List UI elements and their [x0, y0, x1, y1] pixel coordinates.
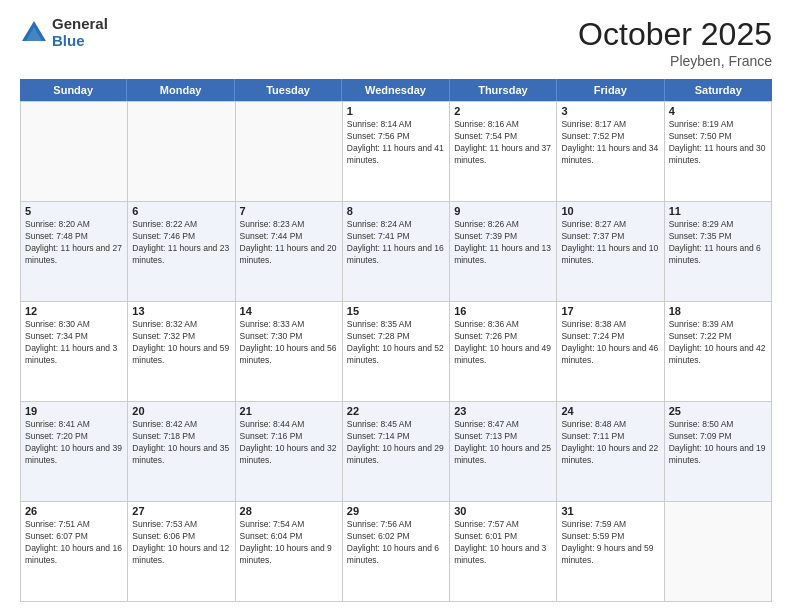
header-day-thursday: Thursday — [450, 79, 557, 101]
logo-blue: Blue — [52, 33, 108, 50]
calendar-cell: 8Sunrise: 8:24 AMSunset: 7:41 PMDaylight… — [343, 202, 450, 302]
calendar: SundayMondayTuesdayWednesdayThursdayFrid… — [20, 79, 772, 602]
header-day-monday: Monday — [127, 79, 234, 101]
calendar-cell: 5Sunrise: 8:20 AMSunset: 7:48 PMDaylight… — [21, 202, 128, 302]
cell-day-number: 27 — [132, 505, 230, 517]
cell-day-number: 11 — [669, 205, 767, 217]
cell-day-number: 6 — [132, 205, 230, 217]
calendar-cell: 18Sunrise: 8:39 AMSunset: 7:22 PMDayligh… — [665, 302, 772, 402]
cell-day-number: 25 — [669, 405, 767, 417]
cell-info: Sunrise: 8:39 AMSunset: 7:22 PMDaylight:… — [669, 319, 767, 367]
cell-info: Sunrise: 8:33 AMSunset: 7:30 PMDaylight:… — [240, 319, 338, 367]
cell-day-number: 24 — [561, 405, 659, 417]
cell-day-number: 7 — [240, 205, 338, 217]
cell-day-number: 28 — [240, 505, 338, 517]
calendar-cell: 30Sunrise: 7:57 AMSunset: 6:01 PMDayligh… — [450, 502, 557, 602]
calendar-cell: 21Sunrise: 8:44 AMSunset: 7:16 PMDayligh… — [236, 402, 343, 502]
calendar-cell: 4Sunrise: 8:19 AMSunset: 7:50 PMDaylight… — [665, 102, 772, 202]
calendar-cell: 2Sunrise: 8:16 AMSunset: 7:54 PMDaylight… — [450, 102, 557, 202]
cell-day-number: 18 — [669, 305, 767, 317]
cell-info: Sunrise: 8:32 AMSunset: 7:32 PMDaylight:… — [132, 319, 230, 367]
cell-info: Sunrise: 8:27 AMSunset: 7:37 PMDaylight:… — [561, 219, 659, 267]
cell-info: Sunrise: 7:57 AMSunset: 6:01 PMDaylight:… — [454, 519, 552, 567]
cell-info: Sunrise: 8:16 AMSunset: 7:54 PMDaylight:… — [454, 119, 552, 167]
cell-day-number: 9 — [454, 205, 552, 217]
cell-day-number: 20 — [132, 405, 230, 417]
calendar-row-2: 12Sunrise: 8:30 AMSunset: 7:34 PMDayligh… — [21, 302, 772, 402]
logo: General Blue — [20, 16, 108, 49]
calendar-cell: 20Sunrise: 8:42 AMSunset: 7:18 PMDayligh… — [128, 402, 235, 502]
cell-info: Sunrise: 8:41 AMSunset: 7:20 PMDaylight:… — [25, 419, 123, 467]
cell-info: Sunrise: 7:56 AMSunset: 6:02 PMDaylight:… — [347, 519, 445, 567]
calendar-cell: 23Sunrise: 8:47 AMSunset: 7:13 PMDayligh… — [450, 402, 557, 502]
cell-day-number: 14 — [240, 305, 338, 317]
calendar-cell — [665, 502, 772, 602]
header: General Blue October 2025 Pleyben, Franc… — [20, 16, 772, 69]
cell-day-number: 8 — [347, 205, 445, 217]
calendar-cell: 16Sunrise: 8:36 AMSunset: 7:26 PMDayligh… — [450, 302, 557, 402]
calendar-cell: 25Sunrise: 8:50 AMSunset: 7:09 PMDayligh… — [665, 402, 772, 502]
cell-info: Sunrise: 8:47 AMSunset: 7:13 PMDaylight:… — [454, 419, 552, 467]
calendar-cell: 19Sunrise: 8:41 AMSunset: 7:20 PMDayligh… — [21, 402, 128, 502]
cell-day-number: 19 — [25, 405, 123, 417]
cell-day-number: 22 — [347, 405, 445, 417]
calendar-cell: 12Sunrise: 8:30 AMSunset: 7:34 PMDayligh… — [21, 302, 128, 402]
cell-day-number: 30 — [454, 505, 552, 517]
logo-icon — [20, 19, 48, 47]
cell-info: Sunrise: 8:19 AMSunset: 7:50 PMDaylight:… — [669, 119, 767, 167]
calendar-cell: 11Sunrise: 8:29 AMSunset: 7:35 PMDayligh… — [665, 202, 772, 302]
cell-info: Sunrise: 7:53 AMSunset: 6:06 PMDaylight:… — [132, 519, 230, 567]
calendar-cell: 22Sunrise: 8:45 AMSunset: 7:14 PMDayligh… — [343, 402, 450, 502]
calendar-cell: 3Sunrise: 8:17 AMSunset: 7:52 PMDaylight… — [557, 102, 664, 202]
calendar-row-3: 19Sunrise: 8:41 AMSunset: 7:20 PMDayligh… — [21, 402, 772, 502]
logo-text: General Blue — [52, 16, 108, 49]
cell-info: Sunrise: 8:44 AMSunset: 7:16 PMDaylight:… — [240, 419, 338, 467]
cell-day-number: 2 — [454, 105, 552, 117]
cell-info: Sunrise: 8:48 AMSunset: 7:11 PMDaylight:… — [561, 419, 659, 467]
calendar-cell: 10Sunrise: 8:27 AMSunset: 7:37 PMDayligh… — [557, 202, 664, 302]
cell-day-number: 10 — [561, 205, 659, 217]
page: General Blue October 2025 Pleyben, Franc… — [0, 0, 792, 612]
calendar-cell: 13Sunrise: 8:32 AMSunset: 7:32 PMDayligh… — [128, 302, 235, 402]
cell-day-number: 23 — [454, 405, 552, 417]
cell-info: Sunrise: 8:35 AMSunset: 7:28 PMDaylight:… — [347, 319, 445, 367]
cell-day-number: 3 — [561, 105, 659, 117]
cell-day-number: 16 — [454, 305, 552, 317]
header-day-friday: Friday — [557, 79, 664, 101]
cell-info: Sunrise: 8:26 AMSunset: 7:39 PMDaylight:… — [454, 219, 552, 267]
cell-info: Sunrise: 8:50 AMSunset: 7:09 PMDaylight:… — [669, 419, 767, 467]
cell-day-number: 13 — [132, 305, 230, 317]
title-block: October 2025 Pleyben, France — [578, 16, 772, 69]
cell-info: Sunrise: 8:14 AMSunset: 7:56 PMDaylight:… — [347, 119, 445, 167]
cell-info: Sunrise: 8:17 AMSunset: 7:52 PMDaylight:… — [561, 119, 659, 167]
cell-day-number: 31 — [561, 505, 659, 517]
cell-info: Sunrise: 8:36 AMSunset: 7:26 PMDaylight:… — [454, 319, 552, 367]
calendar-cell: 6Sunrise: 8:22 AMSunset: 7:46 PMDaylight… — [128, 202, 235, 302]
calendar-cell: 9Sunrise: 8:26 AMSunset: 7:39 PMDaylight… — [450, 202, 557, 302]
calendar-cell: 15Sunrise: 8:35 AMSunset: 7:28 PMDayligh… — [343, 302, 450, 402]
calendar-cell: 1Sunrise: 8:14 AMSunset: 7:56 PMDaylight… — [343, 102, 450, 202]
cell-day-number: 12 — [25, 305, 123, 317]
logo-general: General — [52, 16, 108, 33]
location: Pleyben, France — [578, 53, 772, 69]
calendar-cell — [128, 102, 235, 202]
cell-info: Sunrise: 7:54 AMSunset: 6:04 PMDaylight:… — [240, 519, 338, 567]
cell-info: Sunrise: 8:38 AMSunset: 7:24 PMDaylight:… — [561, 319, 659, 367]
cell-info: Sunrise: 7:59 AMSunset: 5:59 PMDaylight:… — [561, 519, 659, 567]
calendar-cell: 7Sunrise: 8:23 AMSunset: 7:44 PMDaylight… — [236, 202, 343, 302]
cell-day-number: 4 — [669, 105, 767, 117]
calendar-cell: 26Sunrise: 7:51 AMSunset: 6:07 PMDayligh… — [21, 502, 128, 602]
calendar-cell: 27Sunrise: 7:53 AMSunset: 6:06 PMDayligh… — [128, 502, 235, 602]
calendar-cell — [21, 102, 128, 202]
calendar-cell — [236, 102, 343, 202]
cell-day-number: 29 — [347, 505, 445, 517]
header-day-tuesday: Tuesday — [235, 79, 342, 101]
calendar-cell: 29Sunrise: 7:56 AMSunset: 6:02 PMDayligh… — [343, 502, 450, 602]
header-day-wednesday: Wednesday — [342, 79, 449, 101]
calendar-body: 1Sunrise: 8:14 AMSunset: 7:56 PMDaylight… — [20, 101, 772, 602]
cell-day-number: 26 — [25, 505, 123, 517]
header-day-saturday: Saturday — [665, 79, 772, 101]
cell-day-number: 1 — [347, 105, 445, 117]
header-day-sunday: Sunday — [20, 79, 127, 101]
calendar-cell: 14Sunrise: 8:33 AMSunset: 7:30 PMDayligh… — [236, 302, 343, 402]
